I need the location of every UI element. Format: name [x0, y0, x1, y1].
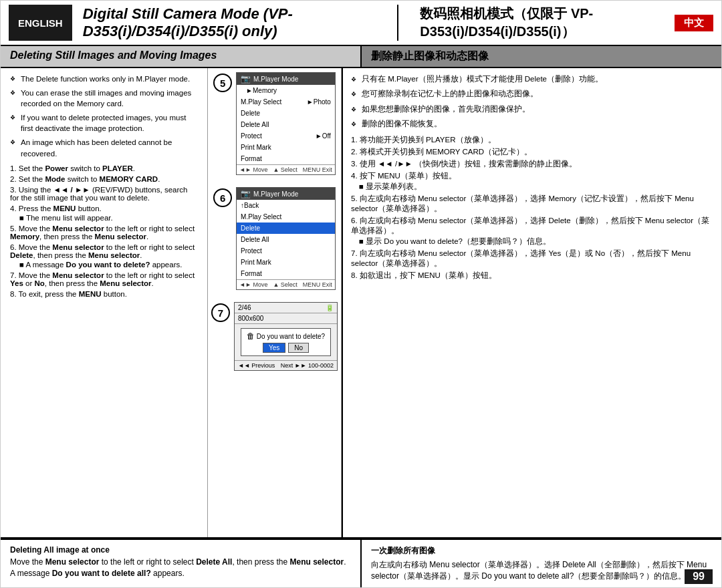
prev-button: ◄◄ Previous	[238, 362, 275, 369]
bottom-section: Deleting All image at once Move the Menu…	[1, 539, 721, 587]
step-4: 4. Press the MENU button.	[10, 204, 198, 212]
menu-6-title: M.Player Mode	[253, 190, 298, 198]
menu-box-5: 📷 M.Player Mode ►Memory M.Play Select►Ph…	[236, 72, 336, 175]
screen-box-7: 2/46 🔋 800x600 🗑 Do you want to delete?	[234, 302, 338, 371]
cn-step-4: 4. 按下 MENU（菜单）按钮。	[351, 171, 713, 181]
cn-step-5: 5. 向左或向右移动 Menu selector（菜单选择器），选择 Memor…	[351, 194, 713, 214]
next-button: Next ►► 100-0002	[281, 362, 334, 369]
menu-5-item-playselect: M.Play Select►Photo	[237, 96, 335, 108]
header: ENGLISH Digital Still Camera Mode (VP-D3…	[1, 1, 721, 46]
diagram-step-5: 5 📷 M.Player Mode ►Memory M.Play Select►…	[213, 72, 336, 175]
menu-5-item-printmark: Print Mark	[237, 142, 335, 153]
cn-step-3: 3. 使用 ◄◄ /►► （快倒/快进）按钮，搜索需删除的静止图像。	[351, 159, 713, 169]
step-1: 1. Set the Power switch to PLAYER.	[10, 164, 198, 172]
step-5: 5. Move the Menu selector to the left or…	[10, 225, 198, 241]
right-panel: 只有在 M.Player（照片播放）模式下才能使用 Delete（删除）功能。 …	[343, 68, 721, 537]
cn-bullet-3: 如果您想删除保护的图像，首先取消图像保护。	[351, 104, 713, 115]
chinese-badge: 中文	[675, 15, 713, 31]
menu-5-footer: ◄► Move▲ SelectMENU Exit	[237, 164, 335, 174]
step-3: 3. Using the ◄◄ / ►► (REV/FWD) buttons, …	[10, 186, 198, 202]
header-right: 数码照相机模式（仅限于 VP-D353(i)/D354(i)/D355(i)） …	[398, 5, 713, 41]
no-button[interactable]: No	[288, 343, 309, 353]
menu-5-item-deleteall: Delete All	[237, 119, 335, 130]
screen-counter: 2/46	[238, 304, 251, 311]
diagram-step-6: 6 📷 M.Player Mode ↑Back M.Play Select De…	[213, 187, 336, 290]
bullet-1: The Delete function works only in M.Play…	[10, 74, 198, 84]
menu-5-header: 📷 M.Player Mode	[237, 73, 335, 85]
cn-bullet-2: 您可擦除录制在记忆卡上的静止图像和动态图像。	[351, 88, 713, 100]
step-6a: ■ A message Do you want to delete? appea…	[10, 261, 198, 269]
bullet-2: You can erase the still images and movin…	[10, 88, 198, 109]
step-number-5: 5	[213, 74, 232, 92]
title-english: Digital Still Camera Mode (VP-D353(i)/D3…	[83, 5, 399, 41]
bottom-title-cn: 一次删除所有图像	[371, 545, 712, 557]
cn-bullet-list: 只有在 M.Player（照片播放）模式下才能使用 Delete（删除）功能。 …	[351, 74, 713, 130]
step-4a: ■ The menu list will appear.	[10, 214, 198, 222]
trash-icon: 🗑	[247, 331, 255, 341]
menu-6-item-format: Format	[237, 268, 335, 279]
menu-5: 📷 M.Player Mode ►Memory M.Play Select►Ph…	[236, 72, 336, 175]
yes-button[interactable]: Yes	[263, 343, 285, 353]
menu-5-item-format: Format	[237, 153, 335, 164]
camera-icon-6: 📷	[241, 189, 251, 198]
title-chinese: 数码照相机模式（仅限于 VP-D353(i)/D354(i)/D355(i)）	[409, 5, 669, 41]
battery-icon: 🔋	[326, 304, 334, 311]
bullet-4: An image which has been deleted cannot b…	[10, 137, 198, 158]
cn-step-7: 7. 向左或向右移动 Menu selector（菜单选择器），选择 Yes（是…	[351, 249, 713, 269]
step-number-7: 7	[211, 303, 230, 322]
cn-step-6: 6. 向左或向右移动 Menu selector（菜单选择器），选择 Delet…	[351, 216, 713, 236]
section-title-english: Deleting Still Images and Moving Images	[1, 46, 362, 67]
center-diagrams: 5 📷 M.Player Mode ►Memory M.Play Select►…	[208, 68, 342, 537]
camera-icon-5: 📷	[241, 74, 251, 84]
section-title-row: Deleting Still Images and Moving Images …	[1, 46, 721, 68]
bottom-title-en: Deleting All image at once	[10, 545, 351, 555]
cn-step-2: 2. 将模式开关切换到 MEMORY CARD（记忆卡）。	[351, 147, 713, 157]
cn-step-1: 1. 将功能开关切换到 PLAYER（放像）。	[351, 135, 713, 145]
screen-resolution: 800x600	[238, 315, 263, 322]
menu-6-footer: ◄► Move▲ SelectMENU Exit	[237, 279, 335, 289]
step-7: 7. Move the Menu selector to the left or…	[10, 271, 198, 287]
menu-6-item-playselect: M.Play Select	[237, 211, 335, 223]
english-badge: ENGLISH	[9, 5, 72, 41]
screen-7-body: 🗑 Do you want to delete? Yes No	[235, 324, 337, 360]
menu-5-title: M.Player Mode	[253, 76, 298, 83]
step-8: 8. To exit, press the MENU button.	[10, 290, 198, 298]
dialog-text: Do you want to delete?	[257, 333, 325, 340]
bottom-right: 一次删除所有图像 向左或向右移动 Menu selector（菜单选择器）。选择…	[362, 540, 721, 587]
bottom-body-en: Move the Menu selector to the left or ri…	[10, 557, 351, 567]
dialog-buttons-7: Yes No	[247, 343, 325, 353]
cn-bullet-4: 删除的图像不能恢复。	[351, 118, 713, 130]
bottom-left: Deleting All image at once Move the Menu…	[1, 540, 362, 587]
section-title-chinese: 删除静止图像和动态图像	[362, 46, 721, 67]
bullet-3: If you want to delete protected images, …	[10, 112, 198, 134]
screen-7-resolution: 800x600	[235, 313, 337, 324]
cn-step-8: 8. 如欲退出，按下 MENU（菜单）按钮。	[351, 271, 713, 281]
step-2: 2. Set the Mode switch to MEMORY CARD.	[10, 175, 198, 183]
menu-box-6: 📷 M.Player Mode ↑Back M.Play Select Dele…	[236, 187, 336, 290]
diagram-step-7: 7 2/46 🔋 800x600 🗑 Do you want to dele	[211, 302, 338, 371]
cn-step-6a: ■ 显示 Do you want to delete?（想要删除吗？）信息。	[351, 237, 713, 247]
step-number-6: 6	[213, 188, 232, 207]
bullet-list: The Delete function works only in M.Play…	[10, 74, 198, 159]
menu-6-item-delete: Delete	[237, 223, 335, 234]
bottom-body-cn: 向左或向右移动 Menu selector（菜单选择器）。选择 Delete A…	[371, 559, 712, 582]
cn-bullet-1: 只有在 M.Player（照片播放）模式下才能使用 Delete（删除）功能。	[351, 74, 713, 85]
menu-6-item-protect: Protect	[237, 245, 335, 257]
left-panel: The Delete function works only in M.Play…	[1, 68, 208, 537]
cn-step-4a: ■ 显示菜单列表。	[351, 182, 713, 192]
bottom-msg-en: A message Do you want to delete all? app…	[10, 569, 351, 578]
menu-5-item-delete: Delete	[237, 108, 335, 119]
menu-5-item-memory: ►Memory	[237, 85, 335, 96]
menu-6-item-back: ↑Back	[237, 200, 335, 211]
page: ENGLISH Digital Still Camera Mode (VP-D3…	[0, 0, 722, 588]
dialog-box-7: 🗑 Do you want to delete? Yes No	[241, 328, 331, 356]
screen-7-header: 2/46 🔋	[235, 303, 337, 313]
page-number: 99	[685, 569, 713, 584]
middle-section: The Delete function works only in M.Play…	[1, 68, 721, 539]
menu-5-item-protect: Protect►Off	[237, 130, 335, 142]
dialog-title-7: 🗑 Do you want to delete?	[247, 331, 325, 341]
menu-6: 📷 M.Player Mode ↑Back M.Play Select Dele…	[236, 187, 336, 290]
step-6: 6. Move the Menu selector to the left or…	[10, 243, 198, 259]
screen-7-footer: ◄◄ Previous Next ►► 100-0002	[235, 360, 337, 370]
menu-6-item-printmark: Print Mark	[237, 257, 335, 268]
